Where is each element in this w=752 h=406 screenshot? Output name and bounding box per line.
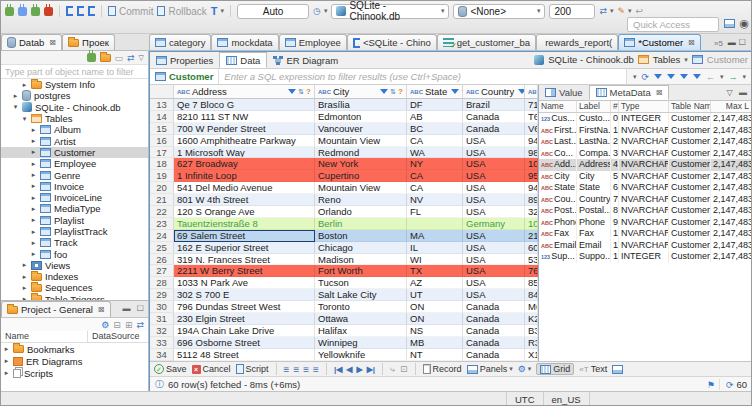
quick-access-input[interactable]: Quick Access <box>627 17 719 32</box>
sql-filter-input[interactable] <box>219 69 626 84</box>
filter-custom-icon[interactable] <box>693 74 701 79</box>
grid-cell[interactable]: TX <box>407 265 463 277</box>
chevron-right-icon[interactable]: ▸ <box>30 148 37 156</box>
tab-metadata[interactable]: MetaData ⊠ <box>589 85 670 100</box>
grid-cell[interactable]: 76 <box>525 265 538 277</box>
tab-data[interactable]: Data <box>219 52 267 68</box>
metadata-row[interactable]: ABCEmailEmail11NVARCHARCustomer2,147,483 <box>539 240 752 252</box>
close-icon[interactable]: ⊠ <box>656 88 663 97</box>
grid-cell[interactable]: 541 Del Medio Avenue <box>174 182 315 194</box>
grid-cell[interactable]: Chicago <box>315 242 407 254</box>
editor-tab[interactable]: mockdata <box>211 34 278 50</box>
grid-cell[interactable]: USA <box>463 147 525 159</box>
tree-item[interactable]: ▸foo <box>1 248 148 259</box>
tree-item[interactable]: ▾Tables <box>1 113 148 124</box>
record-button[interactable]: Record <box>423 364 462 374</box>
grid-cell[interactable]: 10 <box>525 218 538 230</box>
grid-cell[interactable]: Redmond <box>315 147 407 159</box>
tree-item[interactable]: ▸Customer <box>1 147 148 158</box>
grid-cell[interactable]: Madison <box>315 254 407 266</box>
navigator-filter-input[interactable] <box>1 65 148 79</box>
rollback-button[interactable]: Rollback <box>157 6 206 17</box>
table-row[interactable]: 281033 N Park AveTucsonAZUSA85 <box>150 277 538 289</box>
table-row[interactable]: 18627 BroadwayNew YorkNYUSA10 <box>150 158 538 170</box>
table-row[interactable]: 161600 Amphitheatre ParkwayMountain View… <box>150 135 538 147</box>
table-row[interactable]: 272211 W Berry StreetFort WorthTXUSA76 <box>150 265 538 277</box>
connection-combo[interactable]: SQLite - Chinook.db ▾ <box>331 4 449 19</box>
refresh-icon[interactable]: ⟳ <box>641 72 649 82</box>
pin-icon[interactable]: ⚑ <box>707 380 715 390</box>
filter-icon[interactable] <box>451 89 459 94</box>
grid-cell[interactable]: AZ <box>407 277 463 289</box>
grid-cell[interactable]: New York <box>315 158 407 170</box>
grid-cell[interactable]: Reno <box>315 194 407 206</box>
table-row[interactable]: 20541 Del Medio AvenueMountain ViewCAUSA… <box>150 182 538 194</box>
view-menu-icon[interactable]: ▽ <box>139 54 144 62</box>
nav-new-folder-icon[interactable] <box>100 54 111 62</box>
metadata-row[interactable]: ABCAdd...Address4NVARCHARCustomer2,147,4… <box>539 159 752 171</box>
grid-cell[interactable]: Boston <box>315 230 407 242</box>
metadata-col-5[interactable]: Max L <box>711 101 752 112</box>
new-connection-icon[interactable] <box>5 7 14 16</box>
tree-item[interactable]: ▸Track <box>1 237 148 248</box>
tree-item[interactable]: ▸Employee <box>1 158 148 169</box>
disconnect-icon[interactable] <box>44 7 53 16</box>
grid-cell[interactable]: Fort Worth <box>315 265 407 277</box>
grid-cell[interactable]: 302 S 700 E <box>174 289 315 301</box>
chevron-right-icon[interactable]: ▸ <box>3 369 10 377</box>
minimize-icon[interactable]: ▬ <box>739 88 749 97</box>
grid-cell[interactable]: Canada <box>463 325 525 337</box>
collapse-all-icon[interactable]: ▭ <box>115 53 124 63</box>
link-editor-icon[interactable]: ⇄ <box>127 53 135 63</box>
metadata-row[interactable]: ABCCityCity5NVARCHARCustomer2,147,483 <box>539 171 752 183</box>
copy-row-icon[interactable]: ≡ <box>303 364 309 375</box>
grid-cell[interactable]: DF <box>407 99 463 111</box>
grid-cell[interactable]: Canada <box>463 111 525 123</box>
grid-cell[interactable]: 194A Chain Lake Drive <box>174 325 315 337</box>
grid-cell[interactable]: Winnipeg <box>315 337 407 349</box>
delete-row-icon[interactable]: ≡ <box>313 364 319 375</box>
commit-button[interactable]: Commit <box>108 6 153 17</box>
chevron-right-icon[interactable]: ▸ <box>21 284 28 292</box>
project-col-datasource[interactable]: DataSource <box>87 331 148 342</box>
grid-cell[interactable]: 162 E Superior Street <box>174 242 315 254</box>
forward-arrow-icon[interactable]: → <box>728 72 737 82</box>
tree-item[interactable]: ▸postgres <box>1 90 148 101</box>
edit-row-icon[interactable]: ≡ <box>284 364 290 375</box>
minimize-icon[interactable]: ▬ <box>728 38 739 47</box>
filter-save-icon[interactable] <box>654 74 662 79</box>
schema-combo[interactable]: <None> ▾ <box>453 4 545 19</box>
grid-cell[interactable]: 32 <box>525 206 538 218</box>
back-icon[interactable]: ↩ <box>636 6 644 16</box>
table-row[interactable]: 22120 S Orange AveOrlandoFLUSA32 <box>150 206 538 218</box>
grid-cell[interactable]: ON <box>407 301 463 313</box>
tree-item[interactable]: ▸Genre <box>1 169 148 180</box>
grid-cell[interactable]: K2 <box>525 313 538 325</box>
table-row[interactable]: 30796 Dundas Street WestTorontoONCanadaM… <box>150 301 538 313</box>
chevron-right-icon[interactable]: ▸ <box>30 250 37 258</box>
tab-value[interactable]: Value <box>539 85 589 100</box>
chevron-right-icon[interactable]: ▸ <box>30 171 37 179</box>
chevron-right-icon[interactable]: ▸ <box>30 228 37 236</box>
locale-indicator[interactable]: en_US <box>544 392 590 406</box>
panels-button[interactable]: Panels ▾ <box>467 364 513 374</box>
grid-cell[interactable]: MA <box>407 230 463 242</box>
grid-cell[interactable]: 71 <box>525 99 538 111</box>
grid-cell[interactable]: 796 Dundas Street West <box>174 301 315 313</box>
grid-cell[interactable]: B3 <box>525 325 538 337</box>
grid-cell[interactable]: AB <box>407 111 463 123</box>
script-button[interactable]: Script <box>236 364 269 374</box>
grid-cell[interactable]: 84 <box>525 289 538 301</box>
cancel-button[interactable]: × Cancel <box>192 364 231 374</box>
grid-cell[interactable]: Brazil <box>463 99 525 111</box>
minimize-icon[interactable]: ▬ <box>123 304 133 313</box>
breadcrumb-connection[interactable]: SQLite - Chinook.db <box>548 54 634 65</box>
filter-edit-icon[interactable] <box>667 74 675 79</box>
table-row[interactable]: 26319 N. Frances StreetMadisonWIUSA53 <box>150 254 538 266</box>
grid-cell[interactable]: Canada <box>463 301 525 313</box>
chevron-right-icon[interactable]: ▸ <box>21 261 28 269</box>
grid-cell[interactable]: 1 Infinite Loop <box>174 170 315 182</box>
table-row[interactable]: 2469 Salem StreetBostonMAUSA21 <box>150 230 538 242</box>
chevron-right-icon[interactable]: ▸ <box>3 357 10 365</box>
grid-cell[interactable]: NY <box>407 158 463 170</box>
